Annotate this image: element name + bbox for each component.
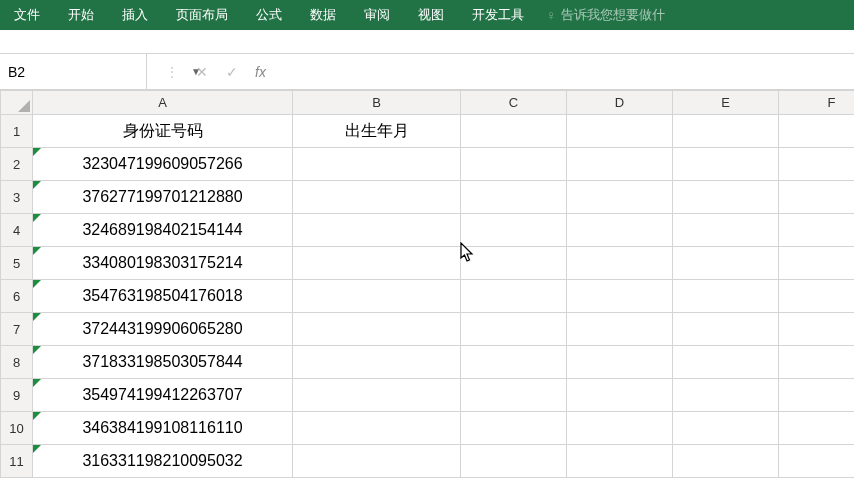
cell-B3[interactable] [293, 181, 461, 214]
col-header-F[interactable]: F [779, 91, 855, 115]
cell-C8[interactable] [461, 346, 567, 379]
cell-F11[interactable] [779, 445, 855, 478]
cell-B6[interactable] [293, 280, 461, 313]
col-header-C[interactable]: C [461, 91, 567, 115]
tab-file[interactable]: 文件 [0, 0, 54, 30]
row-header-1[interactable]: 1 [1, 115, 33, 148]
tab-view[interactable]: 视图 [404, 0, 458, 30]
formula-input[interactable] [276, 54, 854, 89]
confirm-icon[interactable]: ✓ [217, 64, 247, 80]
cell-D1[interactable] [567, 115, 673, 148]
cell-D10[interactable] [567, 412, 673, 445]
cell-F2[interactable] [779, 148, 855, 181]
cell-D7[interactable] [567, 313, 673, 346]
tab-page-layout[interactable]: 页面布局 [162, 0, 242, 30]
cell-F1[interactable] [779, 115, 855, 148]
cell-B11[interactable] [293, 445, 461, 478]
cell-E1[interactable] [673, 115, 779, 148]
cell-F4[interactable] [779, 214, 855, 247]
cell-F3[interactable] [779, 181, 855, 214]
cell-E11[interactable] [673, 445, 779, 478]
cell-D5[interactable] [567, 247, 673, 280]
cell-E4[interactable] [673, 214, 779, 247]
row-header-8[interactable]: 8 [1, 346, 33, 379]
tab-formula[interactable]: 公式 [242, 0, 296, 30]
cell-C1[interactable] [461, 115, 567, 148]
row-header-11[interactable]: 11 [1, 445, 33, 478]
cell-A1[interactable]: 身份证号码 [33, 115, 293, 148]
cell-C4[interactable] [461, 214, 567, 247]
cell-F10[interactable] [779, 412, 855, 445]
col-header-E[interactable]: E [673, 91, 779, 115]
help-prompt[interactable]: ♀ 告诉我您想要做什 [546, 6, 665, 24]
cell-C9[interactable] [461, 379, 567, 412]
cell-D3[interactable] [567, 181, 673, 214]
cell-C10[interactable] [461, 412, 567, 445]
row-header-3[interactable]: 3 [1, 181, 33, 214]
cell-A4[interactable]: 324689198402154144 [33, 214, 293, 247]
tab-data[interactable]: 数据 [296, 0, 350, 30]
cell-E6[interactable] [673, 280, 779, 313]
cell-E3[interactable] [673, 181, 779, 214]
cell-B10[interactable] [293, 412, 461, 445]
row-header-4[interactable]: 4 [1, 214, 33, 247]
cell-B7[interactable] [293, 313, 461, 346]
row-header-6[interactable]: 6 [1, 280, 33, 313]
row-header-10[interactable]: 10 [1, 412, 33, 445]
cell-E9[interactable] [673, 379, 779, 412]
cell-A3[interactable]: 376277199701212880 [33, 181, 293, 214]
cell-B4[interactable] [293, 214, 461, 247]
cell-D2[interactable] [567, 148, 673, 181]
cell-D8[interactable] [567, 346, 673, 379]
cell-C5[interactable] [461, 247, 567, 280]
name-box[interactable] [0, 54, 191, 89]
cell-F9[interactable] [779, 379, 855, 412]
cell-A8[interactable]: 371833198503057844 [33, 346, 293, 379]
cell-B8[interactable] [293, 346, 461, 379]
tab-home[interactable]: 开始 [54, 0, 108, 30]
cell-A5[interactable]: 334080198303175214 [33, 247, 293, 280]
cell-E8[interactable] [673, 346, 779, 379]
cell-F5[interactable] [779, 247, 855, 280]
col-header-D[interactable]: D [567, 91, 673, 115]
cell-E7[interactable] [673, 313, 779, 346]
cell-B5[interactable] [293, 247, 461, 280]
cell-C3[interactable] [461, 181, 567, 214]
select-all-corner[interactable] [1, 91, 33, 115]
error-indicator-icon [33, 247, 41, 255]
col-header-A[interactable]: A [33, 91, 293, 115]
cell-B2[interactable] [293, 148, 461, 181]
cell-E2[interactable] [673, 148, 779, 181]
tab-insert[interactable]: 插入 [108, 0, 162, 30]
fx-icon[interactable]: fx [255, 64, 266, 80]
cell-D6[interactable] [567, 280, 673, 313]
tab-review[interactable]: 审阅 [350, 0, 404, 30]
cell-A2[interactable]: 323047199609057266 [33, 148, 293, 181]
cell-D4[interactable] [567, 214, 673, 247]
cell-A6[interactable]: 354763198504176018 [33, 280, 293, 313]
cell-C7[interactable] [461, 313, 567, 346]
cell-C6[interactable] [461, 280, 567, 313]
cell-A7[interactable]: 372443199906065280 [33, 313, 293, 346]
cell-F8[interactable] [779, 346, 855, 379]
name-box-dropdown-icon[interactable]: ▼ [191, 66, 205, 77]
tab-developer[interactable]: 开发工具 [458, 0, 538, 30]
cell-D9[interactable] [567, 379, 673, 412]
cell-C2[interactable] [461, 148, 567, 181]
col-header-B[interactable]: B [293, 91, 461, 115]
cell-A11[interactable]: 316331198210095032 [33, 445, 293, 478]
cell-C11[interactable] [461, 445, 567, 478]
cell-F7[interactable] [779, 313, 855, 346]
cell-E5[interactable] [673, 247, 779, 280]
row-header-7[interactable]: 7 [1, 313, 33, 346]
cell-F6[interactable] [779, 280, 855, 313]
cell-A10[interactable]: 346384199108116110 [33, 412, 293, 445]
cell-D11[interactable] [567, 445, 673, 478]
row-header-9[interactable]: 9 [1, 379, 33, 412]
cell-B9[interactable] [293, 379, 461, 412]
row-header-5[interactable]: 5 [1, 247, 33, 280]
cell-E10[interactable] [673, 412, 779, 445]
cell-A9[interactable]: 354974199412263707 [33, 379, 293, 412]
cell-B1[interactable]: 出生年月 [293, 115, 461, 148]
row-header-2[interactable]: 2 [1, 148, 33, 181]
